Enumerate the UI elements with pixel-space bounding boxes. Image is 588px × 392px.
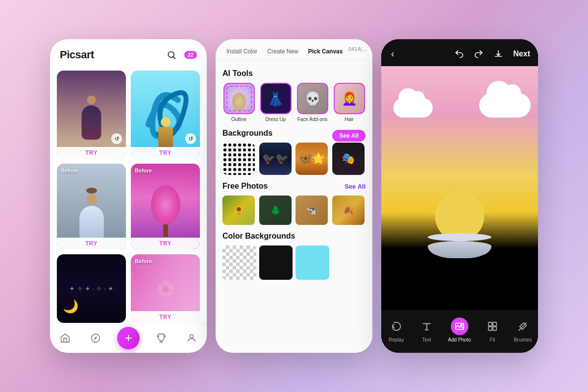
ai-tools-header: AI Tools — [222, 69, 366, 78]
try-label-1[interactable]: TRY — [57, 147, 126, 159]
see-all-backgrounds-container: See All — [332, 130, 366, 142]
try-label-4[interactable]: TRY — [131, 238, 200, 249]
before-label-2: Before — [135, 168, 152, 173]
try-label-5[interactable]: TRY — [131, 311, 200, 323]
picsart-logo: Picsart — [60, 49, 94, 61]
backgrounds-title: Backgrounds — [222, 129, 272, 138]
svg-rect-8 — [488, 326, 491, 330]
next-button[interactable]: Next — [513, 49, 530, 58]
notification-badge[interactable]: 22 — [184, 51, 197, 59]
tool-face-addons[interactable]: 💀 Face Add-ons — [296, 83, 329, 122]
tool-dress-up-label: Dress Up — [266, 117, 286, 122]
brushes-icon — [514, 318, 532, 335]
before-label-1: Before — [61, 168, 78, 173]
cloud-right — [479, 93, 531, 118]
tool-replay[interactable]: Replay — [388, 318, 405, 343]
svg-point-3 — [190, 334, 193, 338]
back-button[interactable]: ‹ — [389, 46, 396, 61]
svg-rect-6 — [488, 322, 491, 325]
refresh-icon-2[interactable]: ↺ — [185, 133, 196, 144]
phone3-header: ‹ Next — [381, 39, 538, 66]
see-all-backgrounds-button[interactable]: See All — [332, 130, 366, 142]
ai-tools-grid: Outline 👗 Dress Up 💀 Face Add-ons — [222, 83, 366, 122]
phone1-shell: Picsart 22 ↺ — [50, 39, 207, 353]
cbg-black[interactable] — [259, 245, 293, 280]
tool-text[interactable]: Text — [418, 318, 436, 343]
replay-label: Replay — [389, 337, 404, 343]
tab-pick-canvas[interactable]: Pick Canvas — [303, 46, 348, 57]
free-photos-header: Free Photos See All — [222, 182, 366, 191]
svg-rect-7 — [493, 322, 496, 325]
add-photo-icon — [451, 318, 468, 335]
tool-fit[interactable]: Fit — [484, 318, 501, 343]
free-photos-title: Free Photos — [222, 182, 268, 191]
redo-button[interactable] — [474, 49, 484, 59]
phone2-shell: Install Color Create New Pick Canvas 041… — [216, 39, 372, 353]
replay-icon — [388, 318, 405, 335]
see-all-photos-link[interactable]: See All — [344, 183, 366, 190]
free-photos-grid: 🌻 🌲 🐄 🍂 — [222, 196, 366, 225]
color-bg-header: Color Backgrounds — [222, 232, 366, 241]
cbg-transparent[interactable] — [222, 245, 256, 280]
phone1-header: Picsart 22 — [50, 39, 207, 67]
tool-hair[interactable]: 👩‍🦰 Hair — [333, 83, 366, 122]
nav-explore[interactable] — [87, 329, 104, 347]
phone2-tab-bar: Install Color Create New Pick Canvas 041… — [216, 39, 372, 60]
phone3-shell: ‹ Next — [381, 39, 538, 353]
cbg-empty — [332, 245, 366, 280]
refresh-icon-1[interactable]: ↺ — [111, 133, 122, 144]
tab-create-new[interactable]: Create New — [262, 46, 303, 57]
grid-item-pink-bg[interactable]: Before 🌸 TRY — [131, 254, 200, 323]
nav-profile[interactable] — [183, 329, 200, 347]
header-icons: 22 — [165, 48, 197, 62]
nav-add-button[interactable]: + — [117, 327, 140, 349]
add-photo-label: Add Photo — [448, 337, 471, 343]
tool-outline-label: Outline — [231, 117, 247, 122]
nav-trophy[interactable] — [152, 329, 170, 347]
svg-rect-9 — [493, 326, 496, 330]
try-label-3[interactable]: TRY — [57, 238, 126, 249]
grid-item-woman-hat[interactable]: Before TRY — [57, 164, 126, 249]
photo-thumb-4[interactable]: 🍂 — [332, 196, 365, 225]
svg-point-5 — [461, 324, 462, 325]
try-label-2[interactable]: TRY — [131, 147, 200, 159]
cloud-left — [393, 98, 433, 118]
photo-thumb-3[interactable]: 🐄 — [295, 196, 328, 225]
undo-button[interactable] — [454, 49, 464, 59]
phone2-content: AI Tools Outline 👗 Dress Up — [216, 60, 372, 353]
content-grid: ↺ TRY ↺ TRY Before — [50, 67, 207, 324]
tool-hair-label: Hair — [344, 117, 353, 122]
photo-thumb-2[interactable]: 🌲 — [259, 196, 292, 225]
bottom-nav: + — [50, 324, 207, 353]
grid-item-woman-flowers[interactable]: ↺ TRY — [57, 71, 126, 159]
grid-item-swirls[interactable]: ↺ TRY — [131, 71, 200, 159]
text-icon — [418, 318, 436, 335]
editor-toolbar: Replay Text Add Photo Fit — [381, 310, 538, 353]
bg-thumb-insect[interactable]: 🦋🌟 — [295, 143, 328, 175]
color-bg-title: Color Backgrounds — [222, 232, 295, 241]
fit-label: Fit — [490, 337, 495, 343]
svg-line-1 — [173, 57, 175, 59]
tool-outline[interactable]: Outline — [222, 83, 255, 122]
cbg-cyan[interactable] — [295, 245, 329, 280]
grid-item-pink-tree[interactable]: Before TRY — [131, 164, 200, 249]
color-bg-grid — [222, 245, 366, 280]
bg-thumb-ravens[interactable]: 🐦‍⬛🐦‍⬛ — [259, 143, 292, 175]
fit-icon — [484, 318, 501, 335]
tool-dress-up[interactable]: 👗 Dress Up — [259, 83, 292, 122]
tool-add-photo[interactable]: Add Photo — [448, 318, 471, 343]
bg-thumb-dark[interactable]: 🎭 — [332, 143, 365, 175]
brushes-label: Brushes — [514, 337, 532, 343]
backgrounds-section: Backgrounds See All 🐦‍⬛🐦‍⬛ 🦋🌟 — [222, 129, 366, 175]
search-button[interactable] — [165, 48, 178, 62]
backgrounds-grid: 🐦‍⬛🐦‍⬛ 🦋🌟 🎭 — [222, 143, 366, 175]
text-label: Text — [422, 337, 431, 343]
download-button[interactable] — [493, 49, 503, 59]
tab-install-color[interactable]: Install Color — [221, 46, 262, 57]
tool-brushes[interactable]: Brushes — [514, 318, 532, 343]
grid-item-night[interactable]: ✦ ✧ ✦ · ✧ · ✦ 🌙 — [57, 254, 126, 323]
nav-home[interactable] — [56, 329, 74, 347]
bg-thumb-spots[interactable] — [222, 143, 255, 175]
editor-canvas — [381, 66, 538, 310]
photo-thumb-1[interactable]: 🌻 — [222, 196, 255, 225]
